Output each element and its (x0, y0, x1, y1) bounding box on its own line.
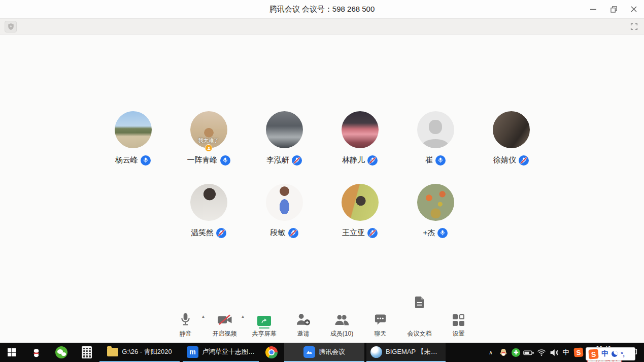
taskbar-qq-button[interactable] (23, 343, 49, 362)
members-icon (334, 312, 350, 326)
avatar-image (266, 184, 303, 221)
tray-volume-icon[interactable] (548, 343, 560, 362)
start-video-label: 开启视频 (213, 330, 237, 338)
mic-status-icon (437, 228, 448, 238)
participant-tile[interactable]: 崔 (398, 111, 473, 166)
participant-avatar: 我太难了 (190, 111, 227, 148)
participant-name-row: 段敏 (270, 227, 298, 238)
wechat-icon (55, 346, 67, 358)
mic-options-arrow-icon[interactable]: ▲ (201, 314, 206, 319)
ime-language-toggle[interactable]: 中 (601, 349, 608, 358)
participant-avatar (417, 184, 454, 221)
start-video-button[interactable]: ▲ 开启视频 (213, 312, 237, 338)
maxthon-icon: m (187, 346, 198, 358)
avatar-image (342, 184, 379, 221)
participant-name: 李泓岍 (266, 155, 289, 165)
ime-fullwidth-moon-icon[interactable] (612, 351, 618, 357)
host-badge-icon (205, 144, 213, 152)
taskbar-explorer-window[interactable]: G:\26 - 青阳2020 (99, 343, 180, 362)
taskbar-chrome-button[interactable] (259, 343, 284, 362)
restore-button[interactable] (603, 0, 624, 18)
participant-avatar (417, 111, 454, 148)
sub-toolbar (0, 18, 644, 35)
participant-avatar (493, 111, 530, 148)
avatar-image (417, 184, 454, 221)
chat-label: 聊天 (375, 330, 387, 338)
ime-toolbar[interactable]: S 中 °, (586, 347, 635, 360)
members-button[interactable]: 成员(10) (330, 312, 354, 338)
participant-avatar (266, 111, 303, 148)
windows-logo-icon (8, 348, 16, 356)
participant-avatar (342, 184, 379, 221)
security-shield-button[interactable] (5, 21, 17, 32)
tencent-meeting-window: 腾讯会议 会议号：598 268 500 (0, 0, 644, 362)
start-button[interactable] (0, 343, 23, 362)
participant-tile[interactable]: +杰 (398, 184, 473, 238)
meeting-docs-button[interactable]: 会议文档 (408, 295, 432, 338)
settings-button[interactable]: 设置 (447, 312, 470, 338)
participant-tile[interactable]: 段敏 (247, 184, 322, 238)
invite-label: 邀请 (297, 330, 310, 338)
ime-punctuation-toggle[interactable]: °, (621, 350, 624, 358)
close-button[interactable] (624, 0, 644, 18)
qq-icon (30, 347, 42, 358)
title-bar: 腾讯会议 会议号：598 268 500 (0, 0, 644, 18)
participant-name-row: 王立亚 (342, 227, 378, 238)
document-icon (414, 295, 425, 309)
participant-tile[interactable]: 李泓岍 (247, 111, 322, 166)
browser-window-label: 卢鸿草堂十志图跋_... (202, 347, 255, 356)
participant-name: 段敏 (270, 228, 286, 238)
avatar-image (342, 111, 379, 148)
tray-sogou-icon[interactable]: S (571, 343, 585, 362)
participant-tile[interactable]: 徐婧仪 (473, 111, 549, 166)
mic-status-icon (220, 155, 230, 166)
fullscreen-button[interactable] (628, 21, 639, 32)
taskbar-bigemap-window[interactable]: BIGEMAP 【未获... (366, 343, 446, 362)
window-controls (583, 0, 644, 18)
fullscreen-icon (630, 23, 638, 30)
avatar-image (493, 111, 530, 148)
share-screen-icon (257, 312, 271, 326)
participant-tile[interactable]: 温笑然 (171, 184, 247, 238)
windows-taskbar: G:\26 - 青阳2020 m 卢鸿草堂十志图跋_... 腾讯会议 BIGEM… (0, 343, 644, 362)
avatar-image (115, 111, 152, 148)
mute-button[interactable]: ▲ 静音 (174, 312, 197, 338)
camera-off-icon (217, 312, 232, 326)
taskbar-calculator-button[interactable] (74, 343, 99, 362)
taskbar-tencent-meeting-window[interactable]: 腾讯会议 (284, 343, 364, 362)
video-options-arrow-icon[interactable]: ▲ (241, 314, 245, 319)
chat-button[interactable]: 聊天 (369, 312, 392, 338)
window-title: 腾讯会议 会议号：598 268 500 (269, 5, 375, 14)
mic-status-icon (367, 228, 378, 238)
participant-name: 徐婧仪 (493, 155, 516, 165)
invite-button[interactable]: 邀请 (292, 312, 315, 338)
sogou-logo-icon[interactable]: S (588, 349, 598, 359)
settings-icon (453, 312, 464, 326)
chat-bubble-icon (374, 312, 387, 326)
participant-name-row: 徐婧仪 (493, 155, 529, 166)
tray-ime-language-indicator[interactable]: 中 (560, 343, 571, 362)
tray-power-icon[interactable] (522, 343, 535, 362)
tray-qq-icon[interactable] (497, 343, 510, 362)
tray-antivirus-icon[interactable]: ✚ (510, 343, 522, 362)
taskbar-browser-window[interactable]: m 卢鸿草堂十志图跋_... (183, 343, 259, 362)
participant-tile[interactable]: 林静儿 (322, 111, 398, 166)
taskbar-wechat-button[interactable] (49, 343, 74, 362)
share-screen-button[interactable]: 共享屏幕 (252, 312, 277, 338)
invite-person-icon (296, 312, 311, 326)
tray-expand-icon[interactable]: ∧ (485, 343, 497, 362)
participant-grid: 杨云峰 我太难了 一阵青峰 (0, 35, 644, 238)
minimize-button[interactable] (583, 0, 603, 18)
microphone-icon (180, 312, 191, 326)
mic-status-icon (292, 155, 302, 166)
participant-name-row: 温笑然 (191, 227, 226, 238)
share-screen-label: 共享屏幕 (252, 330, 277, 338)
participant-tile[interactable]: 王立亚 (322, 184, 398, 238)
participant-avatar (342, 111, 379, 148)
participant-tile[interactable]: 杨云峰 (95, 111, 171, 166)
tray-wifi-icon[interactable] (535, 343, 548, 362)
participant-name-row: 李泓岍 (266, 155, 302, 166)
meeting-docs-label: 会议文档 (408, 330, 432, 338)
participant-tile[interactable]: 我太难了 一阵青峰 (171, 111, 247, 166)
tencent-meeting-icon (303, 346, 315, 358)
